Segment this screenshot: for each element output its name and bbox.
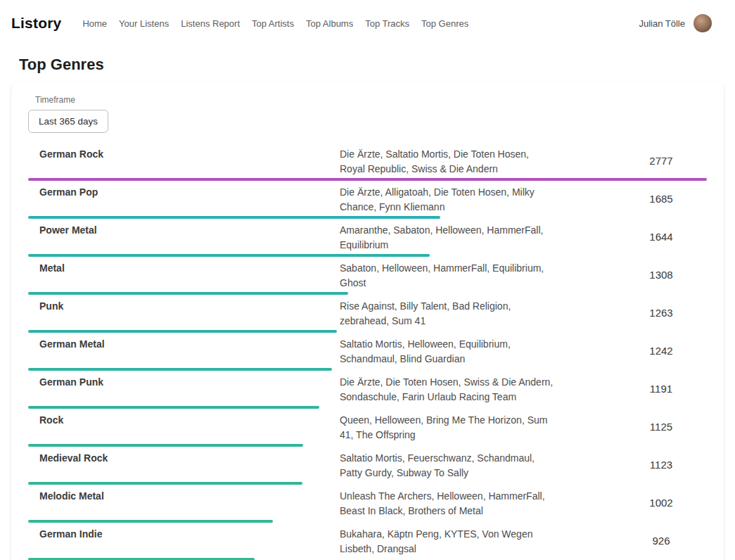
genre-count: 1685: [615, 181, 707, 216]
genre-name: German Rock: [28, 143, 328, 178]
genre-row-main: Punk Rise Against, Billy Talent, Bad Rel…: [28, 295, 707, 330]
page-title: Top Genres: [19, 56, 735, 74]
main-nav: Home Your Listens Listens Report Top Art…: [82, 18, 639, 29]
genre-row: German Metal Saltatio Mortis, Helloween,…: [28, 333, 707, 371]
nav-item-listens-report[interactable]: Listens Report: [181, 18, 240, 29]
genre-row-main: Melodic Metal Unleash The Archers, Hello…: [28, 485, 707, 520]
genre-row-main: German Rock Die Ärzte, Saltatio Mortis, …: [28, 143, 707, 178]
nav-item-home[interactable]: Home: [82, 18, 107, 29]
genre-row-main: Rock Queen, Helloween, Bring Me The Hori…: [28, 409, 707, 444]
genre-artists-cell: Amaranthe, Sabaton, Helloween, HammerFal…: [328, 219, 615, 254]
genre-count: 1644: [615, 219, 707, 254]
genre-artists: Rise Against, Billy Talent, Bad Religion…: [340, 299, 556, 329]
genre-row: Punk Rise Against, Billy Talent, Bad Rel…: [28, 295, 707, 333]
genre-name: Metal: [28, 257, 328, 292]
genre-name: German Metal: [28, 333, 328, 368]
genre-count: 1123: [615, 447, 707, 482]
genre-name: German Punk: [28, 371, 328, 406]
genre-row: German Punk Die Ärzte, Die Toten Hosen, …: [28, 371, 707, 409]
app-logo[interactable]: Listory: [11, 15, 61, 32]
top-genres-card: Timeframe Last 365 days German Rock Die …: [11, 82, 724, 560]
genre-count: 926: [615, 523, 707, 558]
genre-row-main: Medieval Rock Saltatio Mortis, Feuerschw…: [28, 447, 707, 482]
genre-artists: Die Ärzte, Alligatoah, Die Toten Hosen, …: [340, 185, 556, 215]
genre-count: 1308: [615, 257, 707, 292]
genre-artists-cell: Saltatio Mortis, Feuerschwanz, Schandmau…: [328, 447, 615, 482]
genre-row: German Indie Bukahara, Käptn Peng, KYTES…: [28, 523, 707, 560]
genre-row: German Rock Die Ärzte, Saltatio Mortis, …: [28, 143, 707, 181]
genre-row: German Pop Die Ärzte, Alligatoah, Die To…: [28, 181, 707, 219]
genre-row: Rock Queen, Helloween, Bring Me The Hori…: [28, 409, 707, 447]
genre-count: 1242: [615, 333, 707, 368]
genre-artists: Bukahara, Käptn Peng, KYTES, Von Wegen L…: [340, 527, 556, 556]
genre-name: Power Metal: [28, 219, 328, 254]
genre-artists-cell: Bukahara, Käptn Peng, KYTES, Von Wegen L…: [328, 523, 615, 558]
nav-item-your-listens[interactable]: Your Listens: [119, 18, 169, 29]
user-avatar[interactable]: [694, 14, 712, 32]
genre-artists: Die Ärzte, Die Toten Hosen, Swiss & Die …: [340, 375, 556, 405]
genre-artists-cell: Unleash The Archers, Helloween, HammerFa…: [328, 485, 615, 520]
nav-item-top-genres[interactable]: Top Genres: [421, 18, 468, 29]
nav-item-top-artists[interactable]: Top Artists: [252, 18, 294, 29]
timeframe-select[interactable]: Last 365 days: [28, 110, 108, 133]
user-name: Julian Tölle: [639, 18, 685, 29]
genre-artists: Sabaton, Helloween, HammerFall, Equilibr…: [340, 261, 556, 291]
genre-name: German Pop: [28, 181, 328, 216]
user-menu[interactable]: Julian Tölle: [639, 14, 712, 32]
genre-artists: Die Ärzte, Saltatio Mortis, Die Toten Ho…: [340, 147, 556, 177]
genre-artists-cell: Die Ärzte, Saltatio Mortis, Die Toten Ho…: [328, 143, 615, 178]
top-nav-bar: Listory Home Your Listens Listens Report…: [0, 0, 735, 46]
genre-artists: Queen, Helloween, Bring Me The Horizon, …: [340, 413, 556, 443]
nav-item-top-tracks[interactable]: Top Tracks: [365, 18, 409, 29]
genre-row-main: German Punk Die Ärzte, Die Toten Hosen, …: [28, 371, 707, 406]
genre-row-main: German Indie Bukahara, Käptn Peng, KYTES…: [28, 523, 707, 558]
genre-count: 1125: [615, 409, 707, 444]
genre-count: 1263: [615, 295, 707, 330]
genre-count: 1191: [615, 371, 707, 406]
genre-row-main: German Metal Saltatio Mortis, Helloween,…: [28, 333, 707, 368]
genre-artists: Unleash The Archers, Helloween, HammerFa…: [340, 489, 556, 518]
genre-rows: German Rock Die Ärzte, Saltatio Mortis, …: [28, 143, 707, 560]
genre-row-main: Metal Sabaton, Helloween, HammerFall, Eq…: [28, 257, 707, 292]
genre-row: Medieval Rock Saltatio Mortis, Feuerschw…: [28, 447, 707, 485]
genre-row: Metal Sabaton, Helloween, HammerFall, Eq…: [28, 257, 707, 295]
genre-row-main: German Pop Die Ärzte, Alligatoah, Die To…: [28, 181, 707, 216]
genre-row: Melodic Metal Unleash The Archers, Hello…: [28, 485, 707, 523]
genre-name: Rock: [28, 409, 328, 444]
genre-row-main: Power Metal Amaranthe, Sabaton, Hellowee…: [28, 219, 707, 254]
genre-artists: Saltatio Mortis, Helloween, Equilibrium,…: [340, 337, 556, 367]
genre-name: Melodic Metal: [28, 485, 328, 520]
genre-row: Power Metal Amaranthe, Sabaton, Hellowee…: [28, 219, 707, 257]
timeframe-label: Timeframe: [35, 95, 707, 105]
genre-artists-cell: Die Ärzte, Alligatoah, Die Toten Hosen, …: [328, 181, 615, 216]
genre-artists-cell: Die Ärzte, Die Toten Hosen, Swiss & Die …: [328, 371, 615, 406]
nav-item-top-albums[interactable]: Top Albums: [306, 18, 353, 29]
genre-name: German Indie: [28, 523, 328, 558]
genre-artists-cell: Queen, Helloween, Bring Me The Horizon, …: [328, 409, 615, 444]
genre-name: Punk: [28, 295, 328, 330]
genre-artists: Saltatio Mortis, Feuerschwanz, Schandmau…: [340, 451, 556, 481]
genre-count: 1002: [615, 485, 707, 520]
genre-name: Medieval Rock: [28, 447, 328, 482]
genre-artists: Amaranthe, Sabaton, Helloween, HammerFal…: [340, 223, 556, 253]
genre-artists-cell: Rise Against, Billy Talent, Bad Religion…: [328, 295, 615, 330]
genre-artists-cell: Saltatio Mortis, Helloween, Equilibrium,…: [328, 333, 615, 368]
genre-artists-cell: Sabaton, Helloween, HammerFall, Equilibr…: [328, 257, 615, 292]
genre-count: 2777: [615, 143, 707, 178]
